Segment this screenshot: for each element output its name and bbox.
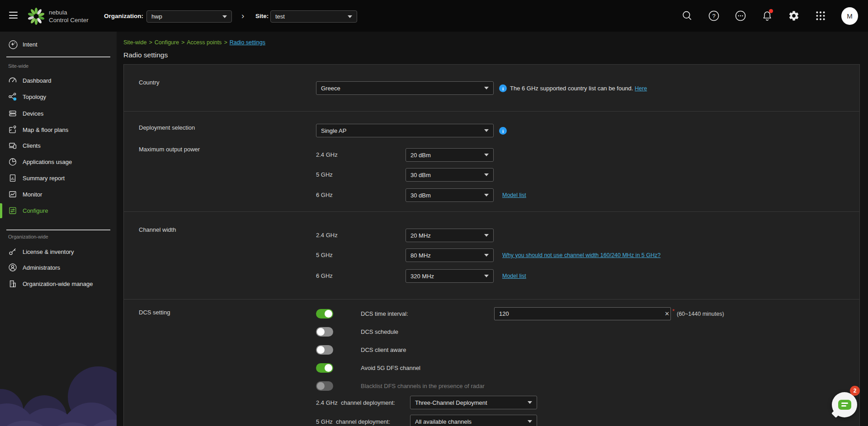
sidebar-item-summary-report[interactable]: Summary report	[0, 173, 117, 183]
nebula-logo	[27, 7, 45, 25]
sidebar-item-administrators[interactable]: Administrators	[0, 262, 117, 273]
site-label: Site:	[255, 13, 269, 19]
dcs-client-aware-toggle[interactable]	[316, 345, 333, 355]
admin-icon	[8, 262, 18, 272]
info-icon[interactable]: i	[499, 127, 507, 135]
chevron-down-icon	[484, 254, 489, 257]
dcs-time-interval-label: DCS time interval:	[361, 310, 408, 318]
sidebar-item-label: Configure	[23, 207, 48, 214]
bell-icon[interactable]	[761, 10, 773, 22]
dcs-time-interval-toggle[interactable]	[316, 309, 333, 318]
breadcrumb-current[interactable]: Radio settings	[230, 39, 265, 46]
model-list-link[interactable]: Model list	[502, 272, 526, 280]
sidebar-item-applications-usage[interactable]: Applications usage	[0, 156, 117, 167]
topbar-icons: ? M	[681, 0, 868, 32]
site-value: test	[275, 13, 285, 20]
power-5-value: 30 dBm	[410, 172, 431, 178]
channel-width-warning-link[interactable]: Why you should not use channel width 160…	[502, 252, 660, 259]
breadcrumb-chevron-icon: ›	[241, 11, 244, 21]
notification-dot	[769, 9, 773, 13]
deploy-24-value: Three-Channel Deployment	[415, 399, 487, 406]
dcs-client-aware-label: DCS client aware	[361, 346, 406, 354]
power-24-select[interactable]: 20 dBm	[406, 148, 494, 162]
dcs-schedule-label: DCS schedule	[361, 328, 398, 336]
sidebar-item-organization-wide-manage[interactable]: Organization-wide manage	[0, 278, 117, 289]
section-divider	[124, 211, 859, 212]
clients-icon	[8, 140, 18, 150]
country-info-text: The 6 GHz supported country list can be …	[510, 84, 647, 92]
breadcrumb-configure[interactable]: Configure	[155, 39, 179, 46]
width-5-select[interactable]: 80 MHz	[406, 248, 494, 262]
organization-select[interactable]: hwp	[146, 10, 232, 23]
deploy-24-select[interactable]: Three-Channel Deployment	[410, 396, 537, 409]
dcs-label: DCS setting	[139, 309, 170, 317]
chevron-down-icon	[348, 15, 352, 18]
apps-grid-icon[interactable]	[815, 10, 826, 22]
monitor-icon	[8, 189, 18, 199]
width-24-value: 20 MHz	[410, 232, 431, 239]
sidebar-item-devices[interactable]: Devices	[0, 108, 117, 119]
more-icon[interactable]	[735, 10, 746, 22]
sidebar-divider	[6, 229, 110, 230]
width-24-select[interactable]: 20 MHz	[406, 229, 494, 242]
clouds-decoration	[0, 363, 117, 426]
chevron-down-icon	[222, 15, 227, 18]
country-select[interactable]: Greece	[316, 81, 494, 95]
page-title: Radio settings	[123, 51, 168, 59]
avoid-5g-dfs-toggle[interactable]	[316, 363, 333, 373]
blacklist-dfs-toggle[interactable]	[316, 381, 333, 391]
brand-line1: nebula	[49, 9, 89, 16]
map-icon	[8, 125, 18, 135]
clear-icon[interactable]: ✕	[665, 310, 670, 318]
report-icon	[8, 173, 18, 183]
key-icon	[8, 247, 18, 257]
sidebar-item-clients[interactable]: Clients	[0, 140, 117, 151]
sidebar-item-monitor[interactable]: Monitor	[0, 189, 117, 200]
width-5-value: 80 MHz	[410, 252, 431, 259]
avatar[interactable]: M	[841, 7, 858, 25]
band-label: 6 GHz	[316, 191, 333, 199]
required-asterisk: *	[672, 308, 675, 314]
sidebar-item-topology[interactable]: Topology	[0, 91, 117, 102]
country-here-link[interactable]: Here	[635, 85, 647, 92]
chat-badge: 2	[850, 386, 860, 396]
breadcrumb-site-wide[interactable]: Site-wide	[123, 39, 146, 46]
power-5-select[interactable]: 30 dBm	[406, 168, 494, 182]
chevron-down-icon	[484, 194, 489, 197]
site-select[interactable]: test	[270, 10, 357, 23]
channel-width-label: Channel width	[139, 226, 176, 234]
chevron-down-icon	[484, 129, 489, 132]
power-6-select[interactable]: 30 dBm	[406, 188, 494, 202]
info-icon[interactable]: i	[499, 84, 507, 92]
sidebar-item-map-floor-plans[interactable]: Map & floor plans	[0, 124, 117, 135]
dcs-time-interval-input[interactable]	[494, 307, 671, 320]
hamburger-icon[interactable]	[9, 12, 18, 19]
search-icon[interactable]	[681, 10, 693, 22]
model-list-link[interactable]: Model list	[502, 192, 526, 199]
blacklist-dfs-label: Blacklist DFS channels in the presence o…	[361, 382, 485, 390]
sidebar-item-label: Dashboard	[23, 77, 52, 84]
sidebar-item-label: Topology	[23, 94, 46, 100]
breadcrumb-access-points[interactable]: Access points	[187, 39, 222, 46]
sidebar-item-intent[interactable]: Intent	[0, 39, 117, 50]
chat-widget[interactable]	[832, 392, 857, 417]
help-icon[interactable]: ?	[708, 10, 720, 22]
sidebar-item-label: Clients	[23, 142, 41, 149]
sidebar-item-license-inventory[interactable]: License & inventory	[0, 246, 117, 257]
dcs-interval-range: (60~1440 minutes)	[677, 310, 724, 318]
deploy-5-select[interactable]: All available channels	[410, 415, 537, 426]
dcs-schedule-toggle[interactable]	[316, 327, 333, 337]
band-label: 2.4 GHz	[316, 151, 338, 159]
width-6-value: 320 MHz	[410, 273, 434, 280]
sidebar-item-label: Map & floor plans	[23, 126, 68, 133]
sidebar-item-label: Intent	[23, 41, 38, 48]
deployment-select[interactable]: Single AP	[316, 124, 494, 137]
sidebar-item-configure[interactable]: Configure	[0, 205, 117, 216]
chat-icon	[838, 400, 851, 410]
band-label: 5 GHz	[316, 171, 333, 179]
gear-icon[interactable]	[788, 10, 800, 22]
sidebar-item-dashboard[interactable]: Dashboard	[0, 75, 117, 86]
width-6-select[interactable]: 320 MHz	[406, 269, 494, 283]
deployment-value: Single AP	[321, 127, 346, 134]
max-power-label: Maximum output power	[139, 145, 200, 154]
